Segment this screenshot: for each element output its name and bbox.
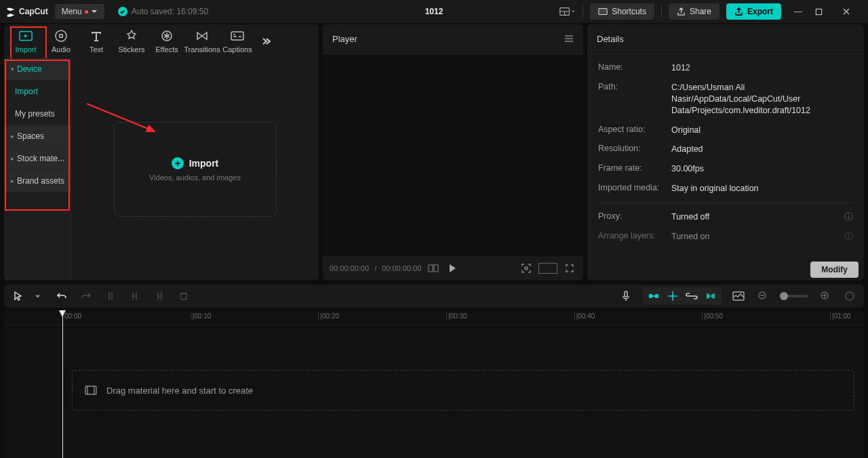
sidebar-item-import[interactable]: Import <box>4 81 71 103</box>
media-panel: Import Audio Text Stickers <box>4 24 319 280</box>
zoom-slider[interactable] <box>780 295 808 297</box>
transitions-icon <box>195 29 209 43</box>
svg-rect-14 <box>649 294 652 298</box>
svg-rect-2 <box>816 9 821 14</box>
delete-icon <box>176 289 191 304</box>
zoom-out-icon[interactable] <box>755 289 770 304</box>
auto-snap-icon[interactable] <box>704 289 717 303</box>
zoom-in-icon[interactable] <box>818 289 833 304</box>
value-path: C:/Users/Usman Ali Nasir/AppData/Local/C… <box>671 82 853 117</box>
player-menu-icon[interactable] <box>564 35 574 44</box>
label-resolution: Resolution: <box>598 144 671 155</box>
redo-icon[interactable] <box>79 289 94 304</box>
sidebar-item-stock[interactable]: ▸ Stock mate... <box>4 148 71 170</box>
share-button[interactable]: Share <box>669 3 719 20</box>
split-left-icon <box>127 289 142 304</box>
value-resolution: Adapted <box>671 144 853 155</box>
window-close-icon[interactable] <box>842 7 863 16</box>
check-icon <box>118 7 127 16</box>
tabs-more-icon[interactable] <box>255 37 277 46</box>
preview-axis-icon[interactable] <box>666 289 679 303</box>
player-viewport <box>323 54 583 256</box>
layout-icon[interactable] <box>559 3 576 20</box>
tab-captions[interactable]: Captions <box>220 24 255 58</box>
zoom-fit-icon[interactable] <box>842 289 857 304</box>
timeline-ruler[interactable]: 00:00 |00:10 |00:20 |00:30 |00:40 |00:50… <box>4 310 864 325</box>
shortcuts-button[interactable]: Shortcuts <box>590 3 654 20</box>
value-proxy: Turned off <box>671 211 844 223</box>
help-icon[interactable]: ⓘ <box>844 231 853 243</box>
media-placeholder-icon <box>85 386 97 395</box>
undo-icon[interactable] <box>54 289 69 304</box>
player-title: Player <box>332 34 357 44</box>
split-icon <box>103 289 118 304</box>
value-imported: Stay in original location <box>671 183 853 194</box>
compare-icon[interactable] <box>427 262 440 275</box>
svg-point-11 <box>525 267 528 270</box>
svg-rect-13 <box>625 291 627 297</box>
label-framerate: Frame rate: <box>598 163 671 175</box>
playhead[interactable] <box>62 310 63 458</box>
window-maximize-icon[interactable] <box>815 8 835 16</box>
cover-icon[interactable] <box>731 289 746 304</box>
value-aspect: Original <box>671 125 853 136</box>
import-drop-area[interactable]: + Import Videos, audios, and images <box>71 58 319 280</box>
tab-text[interactable]: Text <box>79 24 114 58</box>
tab-audio[interactable]: Audio <box>43 24 79 58</box>
magnet-on-icon[interactable] <box>647 289 660 303</box>
magnet-group <box>643 287 722 305</box>
svg-rect-7 <box>231 32 243 40</box>
chevron-right-icon: ▸ <box>11 155 14 162</box>
time-current: 00:00:00:00 <box>330 264 369 272</box>
sidebar-item-brand[interactable]: ▸ Brand assets <box>4 170 71 192</box>
timeline[interactable]: 00:00 |00:10 |00:20 |00:30 |00:40 |00:50… <box>4 310 864 458</box>
mic-icon[interactable] <box>618 289 633 304</box>
sidebar-item-device[interactable]: ▾ Device <box>4 58 71 81</box>
selection-tool-icon[interactable] <box>11 289 26 304</box>
sidebar-item-spaces[interactable]: ▸ Spaces <box>4 125 71 148</box>
timeline-drop-hint: Drag material here and start to create <box>106 386 253 396</box>
svg-point-5 <box>60 35 63 38</box>
svg-rect-12 <box>181 293 186 299</box>
label-aspect: Aspect ratio: <box>598 125 671 136</box>
details-title: Details <box>597 34 624 44</box>
tab-import[interactable]: Import <box>8 24 43 58</box>
ratio-box[interactable] <box>538 263 557 274</box>
app-name: CapCut <box>19 7 48 16</box>
import-title: Import <box>189 158 219 169</box>
value-name: 1012 <box>671 62 853 74</box>
chevron-down-icon: ▾ <box>11 66 14 72</box>
player-panel: Player 00:00:00:00 / 00:00:00:00 <box>323 24 583 280</box>
timeline-drop-area[interactable]: Drag material here and start to create <box>72 370 854 411</box>
play-icon[interactable] <box>446 262 459 275</box>
chevron-right-icon: ▸ <box>11 133 14 140</box>
svg-rect-16 <box>652 295 655 297</box>
media-tabs: Import Audio Text Stickers <box>4 24 319 58</box>
export-button[interactable]: Export <box>726 3 781 20</box>
svg-rect-10 <box>434 265 438 272</box>
details-panel: Details Name:1012 Path:C:/Users/Usman Al… <box>587 24 864 280</box>
link-icon[interactable] <box>685 289 698 303</box>
tab-stickers[interactable]: Stickers <box>114 24 149 58</box>
tab-transitions[interactable]: Transitions <box>184 24 220 58</box>
tab-effects[interactable]: Effects <box>149 24 184 58</box>
plus-icon: + <box>172 157 184 169</box>
tool-chevron-icon[interactable] <box>30 289 45 304</box>
import-box[interactable]: + Import Videos, audios, and images <box>114 122 277 217</box>
captions-icon <box>230 29 245 43</box>
modify-button[interactable]: Modify <box>810 262 859 278</box>
window-minimize-icon[interactable]: — <box>788 7 808 16</box>
chevron-right-icon: ▸ <box>11 178 14 184</box>
fullscreen-icon[interactable] <box>563 262 576 275</box>
media-sidebar: ▾ Device Import My presets ▸ Spaces ▸ St… <box>4 58 71 280</box>
help-icon[interactable]: ⓘ <box>844 211 853 223</box>
menu-button[interactable]: Menu <box>55 4 104 19</box>
focus-icon[interactable] <box>519 262 533 275</box>
project-title: 1012 <box>425 7 443 16</box>
audio-icon <box>54 29 68 43</box>
label-imported: Imported media: <box>598 183 671 194</box>
text-icon <box>90 29 103 43</box>
titlebar: CapCut Menu Auto saved: 16:09:50 1012 Sh… <box>0 0 868 23</box>
timeline-toolbar <box>4 285 864 308</box>
sidebar-item-presets[interactable]: My presets <box>4 103 71 125</box>
